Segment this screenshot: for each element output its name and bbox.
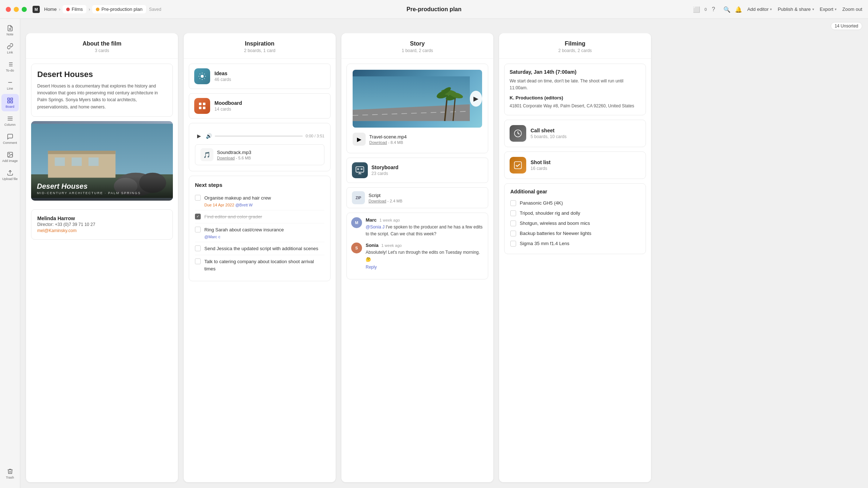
titlebar-icons: ⬜ 0 ? 🔍 🔔 [693,6,741,13]
sidebar-item-comment[interactable]: Comment [1,130,19,147]
contact-email[interactable]: mel@Kaminsky.com [37,228,77,233]
marc-time: 1 week ago [379,218,400,222]
gear-checkbox-4[interactable] [510,231,516,236]
gear-checkbox-3[interactable] [510,221,516,226]
video-file-icon: ▶ [353,133,366,146]
todo-item-1: Organise makeup and hair crew Due 14 Apr… [195,192,324,210]
help-icon[interactable]: ? [712,6,718,13]
file-size: 5.6 MB [238,156,251,160]
add-editor-button[interactable]: Add editor ▾ [747,7,772,12]
download-link[interactable]: Download [217,156,235,160]
reply-button[interactable]: Reply [366,265,484,270]
desert-houses-title: Desert Houses [37,70,167,79]
minimize-button[interactable] [14,7,19,12]
video-file-name: Travel-scene.mp4 [369,134,407,140]
script-download: Download - 2.4 MB [369,199,403,203]
comment-marc: M Marc 1 week ago @Sonia J I've spoken t… [351,217,484,237]
gear-checkbox-1[interactable] [510,200,516,206]
filming-content: Saturday, Jan 14th (7:00am) We start dea… [499,59,651,259]
video-download-link[interactable]: Download [369,140,387,145]
gear-label-1: Panasonic GH5 (4K) [520,200,563,206]
ideas-link-card[interactable]: Ideas 46 cards [189,64,331,89]
todo-checkbox-3[interactable] [195,227,201,232]
sidebar-line-label: Line [7,87,13,90]
board-inspiration: Inspiration 2 boards, 1 card Ideas 46 ca… [184,33,336,482]
file-name: Soundtrack.mp3 [217,150,251,155]
story-title: Story [347,40,488,47]
storyboard-link[interactable]: Storyboard 23 cards [346,158,488,183]
sonia-time: 1 week ago [381,243,401,248]
call-sheet-text: Call sheet 5 boards, 10 cards [531,128,566,139]
svg-rect-46 [361,168,362,170]
moodboard-link-card[interactable]: Moodboard 14 cards [189,93,331,119]
sidebar-note-label: Note [7,33,13,36]
gear-checkbox-5[interactable] [510,241,516,247]
export-button[interactable]: Export ▾ [820,7,837,12]
svg-rect-45 [357,168,359,170]
board-story: Story 1 board, 2 cards [341,33,493,482]
board-filming-header: Filming 2 boards, 2 cards [499,33,651,59]
breadcrumb-films[interactable]: Films [63,5,86,13]
todo-checkbox-4[interactable] [195,245,201,251]
sidebar: Note Link To-do Line Board Column Commen… [0,19,20,488]
todo-person-1: @Brett W [235,203,253,207]
breadcrumb-sep2: › [89,7,90,12]
breadcrumb-home[interactable]: Home [44,7,57,12]
marc-comment-body: Marc 1 week ago @Sonia J I've spoken to … [366,217,484,237]
marc-avatar: M [351,217,362,228]
search-icon[interactable]: 🔍 [723,6,730,13]
publish-share-button[interactable]: Publish & share ▾ [778,7,814,12]
contact-card: Melinda Harrow Director: +33 (0)7 39 71 … [31,209,173,240]
close-button[interactable] [6,7,11,12]
gear-checkbox-2[interactable] [510,210,516,216]
sidebar-item-board[interactable]: Board [1,94,19,111]
moodboard-link-title: Moodboard [214,100,242,106]
sidebar-item-line[interactable]: Line [1,76,19,93]
video-play-button[interactable]: ▶ [470,91,482,107]
marc-mention: @Sonia J [366,224,384,230]
moodboard-link-sub: 14 cards [214,107,242,112]
todo-checkbox-1[interactable] [195,195,201,201]
audio-time: 0:00 / 3:51 [306,134,324,138]
ideas-text: Ideas 46 cards [214,70,231,82]
gear-item-3: Shotgun, wireless and boom mics [510,218,640,228]
inspiration-subtitle: 2 boards, 1 card [190,48,330,53]
volume-icon: 🔊 [206,133,212,139]
export-chevron: ▾ [835,7,837,11]
sidebar-item-trash[interactable]: Trash [1,465,19,482]
shot-list-link[interactable]: Shot list 16 cards [504,151,646,179]
maximize-button[interactable] [22,7,27,12]
gear-item-5: Sigma 35 mm f1.4 Lens [510,239,640,249]
audio-play-button[interactable]: ▶ [195,132,203,140]
ideas-icon [194,68,210,84]
marc-author: Marc [366,217,376,223]
titlebar-actions: ⬜ 0 ? 🔍 🔔 Add editor ▾ Publish & share ▾… [690,6,862,13]
unsorted-badge: 14 Unsorted [831,22,862,30]
image-title: Desert Houses [37,182,167,191]
svg-line-49 [518,133,519,134]
bell-icon[interactable]: 🔔 [735,6,741,13]
video-thumbnail[interactable]: ▶ [353,70,482,128]
sidebar-upload-label: Upload file [2,177,18,181]
sidebar-item-link[interactable]: Link [1,40,19,57]
svg-rect-22 [48,151,116,154]
todo-text-4: Send Jessica the updated script with add… [204,245,318,252]
storyboard-text: Storyboard 23 cards [371,164,399,176]
zoom-out-button[interactable]: Zoom out [842,7,862,12]
sidebar-item-column[interactable]: Column [1,112,19,129]
marc-comment-text: @Sonia J I've spoken to the producer and… [366,224,484,237]
todo-checkbox-2[interactable]: ✓ [195,214,201,219]
script-download-link[interactable]: Download [369,199,386,203]
audio-total: 3:51 [317,134,324,138]
todo-checkbox-5[interactable] [195,258,201,264]
shot-list-sub: 16 cards [531,166,550,171]
audio-progress-bar[interactable] [215,136,303,137]
breadcrumb-sep1: › [59,7,60,12]
sidebar-item-note[interactable]: Note [1,22,19,39]
breadcrumb-plan[interactable]: Pre-production plan [92,5,146,13]
video-download: Download - 8.4 MB [369,140,407,145]
call-sheet-link[interactable]: Call sheet 5 boards, 10 cards [504,120,646,147]
sidebar-item-add-image[interactable]: Add image [1,148,19,166]
sidebar-item-todo[interactable]: To-do [1,58,19,75]
sidebar-item-upload[interactable]: Upload file [1,166,19,184]
